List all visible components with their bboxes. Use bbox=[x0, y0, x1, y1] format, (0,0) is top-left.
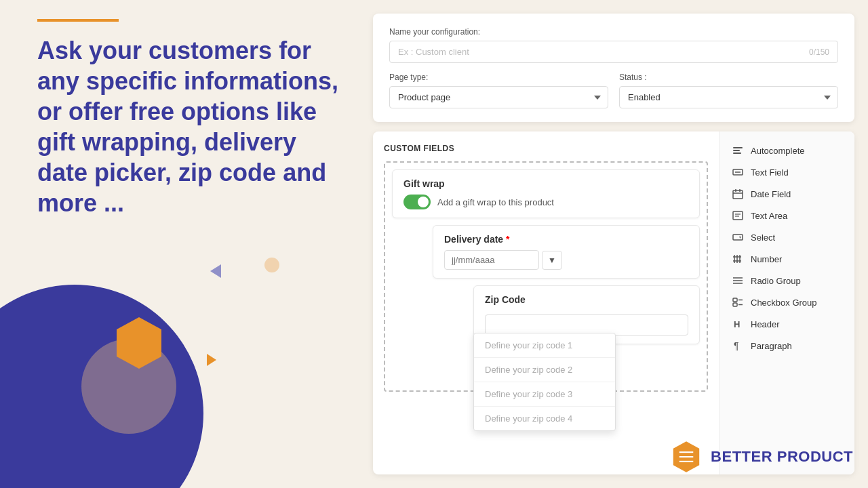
page-type-label: Page type: bbox=[389, 73, 608, 82]
autocomplete-item-2[interactable]: Define your zip code 2 bbox=[474, 358, 615, 382]
select-icon bbox=[732, 231, 744, 243]
sidebar-item-text-field[interactable]: Text Field bbox=[726, 161, 848, 183]
gift-wrap-field: Gift wrap Add a gift wrap to this produc… bbox=[392, 169, 700, 218]
autocomplete-label: Autocomplete bbox=[751, 146, 805, 156]
dot-orange bbox=[264, 258, 279, 272]
left-panel: Ask your customers for any specific info… bbox=[0, 0, 366, 488]
autocomplete-item-4[interactable]: Define your zip code 4 bbox=[474, 407, 615, 430]
svg-text:H: H bbox=[734, 319, 740, 329]
delivery-date-field: Delivery date * ▼ bbox=[433, 225, 700, 279]
logo-hexagon-icon bbox=[670, 441, 703, 473]
delivery-date-title: Delivery date * bbox=[444, 234, 688, 245]
zip-code-title: Zip Code bbox=[485, 294, 688, 305]
svg-rect-3 bbox=[733, 152, 741, 154]
logo-text: BETTER PRODUCT bbox=[711, 448, 853, 466]
triangle-left-icon bbox=[210, 264, 221, 278]
sidebar-item-header[interactable]: H Header bbox=[726, 313, 848, 335]
drop-zone[interactable]: Gift wrap Add a gift wrap to this produc… bbox=[384, 161, 708, 392]
autocomplete-item-1[interactable]: Define your zip code 1 bbox=[474, 333, 615, 358]
sidebar-item-radio-group[interactable]: Radio Group bbox=[726, 270, 848, 291]
svg-rect-2 bbox=[733, 150, 740, 151]
svg-rect-6 bbox=[733, 190, 743, 199]
sidebar-item-paragraph[interactable]: ¶ Paragraph bbox=[726, 335, 848, 357]
radio-group-label: Radio Group bbox=[751, 276, 801, 286]
select-label: Select bbox=[751, 232, 775, 243]
sidebar-item-number[interactable]: Number bbox=[726, 248, 848, 270]
header-icon: H bbox=[732, 318, 744, 330]
gift-wrap-toggle-row: Add a gift wrap to this product bbox=[403, 195, 688, 209]
date-field-icon bbox=[732, 188, 744, 200]
svg-rect-23 bbox=[733, 303, 737, 306]
right-panel: Name your configuration: Ex : Custom cli… bbox=[366, 0, 868, 488]
fields-sidebar: Autocomplete Text Field Date Field Text … bbox=[719, 131, 854, 474]
date-picker-button[interactable]: ▼ bbox=[542, 251, 562, 270]
radio-group-icon bbox=[732, 274, 744, 287]
checkbox-group-icon bbox=[732, 296, 744, 308]
svg-text:¶: ¶ bbox=[734, 340, 739, 351]
config-card: Name your configuration: Ex : Custom cli… bbox=[373, 14, 854, 122]
status-select[interactable]: Enabled Disabled bbox=[619, 86, 838, 108]
status-field: Status : Enabled Disabled bbox=[619, 73, 838, 108]
page-type-field: Page type: Product page Cart page Checko… bbox=[389, 73, 608, 108]
svg-rect-22 bbox=[733, 298, 737, 302]
sidebar-item-text-area[interactable]: Text Area bbox=[726, 205, 848, 226]
config-name-counter: 0/150 bbox=[809, 47, 829, 57]
autocomplete-icon bbox=[732, 144, 744, 157]
sidebar-item-autocomplete[interactable]: Autocomplete bbox=[726, 140, 848, 161]
sidebar-item-checkbox-group[interactable]: Checkbox Group bbox=[726, 291, 848, 313]
config-name-placeholder: Ex : Custom client bbox=[398, 47, 469, 57]
zip-code-area: Zip Code Define your zip code 1 Define y… bbox=[473, 285, 700, 344]
number-label: Number bbox=[751, 254, 782, 264]
date-input[interactable] bbox=[444, 250, 539, 270]
sidebar-item-date-field[interactable]: Date Field bbox=[726, 183, 848, 205]
svg-rect-10 bbox=[733, 211, 743, 220]
autocomplete-item-3[interactable]: Define your zip code 3 bbox=[474, 382, 615, 407]
page-type-select[interactable]: Product page Cart page Checkout page bbox=[389, 86, 608, 108]
orange-accent-line bbox=[37, 19, 119, 22]
config-name-input-wrapper[interactable]: Ex : Custom client 0/150 bbox=[389, 41, 838, 63]
text-area-icon bbox=[732, 209, 744, 222]
gift-wrap-label: Add a gift wrap to this product bbox=[437, 197, 554, 207]
text-area-label: Text Area bbox=[751, 211, 787, 221]
header-label: Header bbox=[751, 319, 780, 329]
autocomplete-dropdown: Define your zip code 1 Define your zip c… bbox=[473, 333, 616, 431]
paragraph-label: Paragraph bbox=[751, 341, 792, 351]
config-name-label: Name your configuration: bbox=[389, 27, 838, 37]
gift-wrap-title: Gift wrap bbox=[403, 178, 688, 189]
svg-rect-1 bbox=[733, 147, 743, 148]
status-label: Status : bbox=[619, 73, 838, 82]
text-field-icon bbox=[732, 166, 744, 178]
text-field-label: Text Field bbox=[751, 167, 789, 178]
bottom-logo: BETTER PRODUCT bbox=[670, 441, 853, 473]
config-row: Page type: Product page Cart page Checko… bbox=[389, 73, 838, 108]
sidebar-item-select[interactable]: Select bbox=[726, 226, 848, 248]
hexagon-shape bbox=[115, 316, 163, 373]
paragraph-icon: ¶ bbox=[732, 340, 744, 352]
date-field-label: Date Field bbox=[751, 189, 791, 199]
custom-fields-area: CUSTOM FIELDS Gift wrap Add a gift wrap … bbox=[373, 131, 719, 474]
number-icon bbox=[732, 253, 744, 265]
hero-text: Ask your customers for any specific info… bbox=[37, 35, 346, 218]
required-star: * bbox=[506, 234, 509, 245]
triangle-right-icon bbox=[207, 354, 216, 366]
custom-fields-title: CUSTOM FIELDS bbox=[384, 144, 708, 153]
checkbox-group-label: Checkbox Group bbox=[751, 298, 817, 308]
svg-rect-13 bbox=[733, 235, 743, 240]
svg-marker-0 bbox=[117, 317, 161, 369]
main-content: CUSTOM FIELDS Gift wrap Add a gift wrap … bbox=[373, 131, 854, 474]
date-input-row: ▼ bbox=[444, 250, 688, 270]
gift-wrap-toggle[interactable] bbox=[403, 195, 431, 209]
